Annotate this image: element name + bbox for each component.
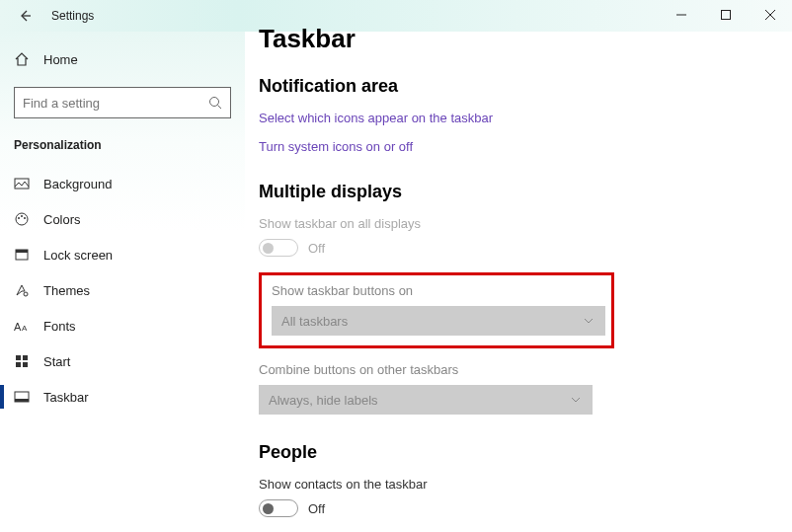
heading-notification: Notification area: [259, 76, 772, 97]
sidebar-item-fonts[interactable]: AA Fonts: [0, 308, 245, 343]
svg-rect-21: [15, 399, 29, 402]
svg-text:A: A: [22, 324, 28, 333]
dropdown-combine-buttons: Always, hide labels: [259, 385, 593, 415]
toggle-state: Off: [308, 501, 325, 516]
svg-point-7: [16, 213, 28, 225]
link-system-icons[interactable]: Turn system icons on or off: [259, 139, 772, 154]
dropdown-value: All taskbars: [281, 314, 348, 329]
search-icon: [208, 96, 222, 110]
heading-multiple: Multiple displays: [259, 182, 772, 202]
toggle-show-taskbar-all: Off: [259, 239, 772, 257]
svg-rect-17: [23, 355, 28, 360]
label-show-taskbar-all: Show taskbar on all displays: [259, 216, 772, 231]
sidebar: Home Personalization Background Colors L…: [0, 32, 245, 532]
home-icon: [14, 51, 30, 67]
window-title: Settings: [51, 9, 94, 23]
taskbar-icon: [14, 389, 30, 405]
svg-rect-12: [16, 250, 28, 253]
lockscreen-icon: [14, 247, 30, 263]
toggle-state: Off: [308, 241, 325, 256]
svg-point-10: [24, 217, 26, 219]
svg-point-4: [210, 98, 219, 107]
search-input[interactable]: [14, 87, 231, 118]
svg-point-9: [21, 215, 23, 217]
back-icon[interactable]: [18, 9, 32, 23]
themes-icon: [14, 282, 30, 298]
section-notification: Notification area Select which icons app…: [259, 76, 772, 154]
sidebar-item-background[interactable]: Background: [0, 166, 245, 201]
sidebar-item-start[interactable]: Start: [0, 343, 245, 379]
sidebar-home[interactable]: Home: [0, 41, 245, 77]
svg-rect-19: [23, 362, 28, 367]
sidebar-home-label: Home: [43, 52, 78, 67]
picture-icon: [14, 176, 30, 191]
chevron-down-icon: [571, 397, 581, 403]
start-icon: [14, 353, 30, 369]
section-multiple-displays: Multiple displays Show taskbar on all di…: [259, 182, 772, 415]
toggle-show-contacts[interactable]: Off: [259, 499, 772, 517]
svg-line-5: [218, 106, 222, 110]
sidebar-item-themes[interactable]: Themes: [0, 272, 245, 308]
svg-rect-1: [721, 11, 730, 20]
fonts-icon: AA: [14, 318, 30, 334]
sidebar-item-colors[interactable]: Colors: [0, 201, 245, 237]
svg-rect-18: [16, 362, 21, 367]
dropdown-value: Always, hide labels: [269, 393, 378, 408]
sidebar-category: Personalization: [0, 132, 245, 166]
label-show-buttons-on: Show taskbar buttons on: [272, 283, 601, 298]
heading-people: People: [259, 442, 772, 463]
dropdown-show-buttons-on: All taskbars: [272, 306, 605, 336]
page-title: Taskbar: [259, 24, 772, 54]
svg-point-13: [24, 292, 28, 296]
section-people: People Show contacts on the taskbar Off …: [259, 442, 772, 532]
link-select-icons[interactable]: Select which icons appear on the taskbar: [259, 111, 772, 125]
palette-icon: [14, 211, 30, 227]
highlight-show-taskbar-buttons: Show taskbar buttons on All taskbars: [259, 272, 614, 348]
toggle-switch[interactable]: [259, 499, 298, 517]
content: Taskbar Notification area Select which i…: [259, 24, 772, 532]
svg-text:A: A: [14, 321, 22, 333]
sidebar-item-taskbar[interactable]: Taskbar: [0, 379, 245, 415]
svg-point-8: [18, 217, 20, 219]
chevron-down-icon: [584, 318, 594, 324]
search-field[interactable]: [23, 96, 208, 111]
toggle-switch: [259, 239, 298, 257]
label-combine-buttons: Combine buttons on other taskbars: [259, 362, 772, 377]
sidebar-item-lockscreen[interactable]: Lock screen: [0, 237, 245, 272]
label-show-contacts: Show contacts on the taskbar: [259, 477, 772, 492]
svg-rect-16: [16, 355, 21, 360]
